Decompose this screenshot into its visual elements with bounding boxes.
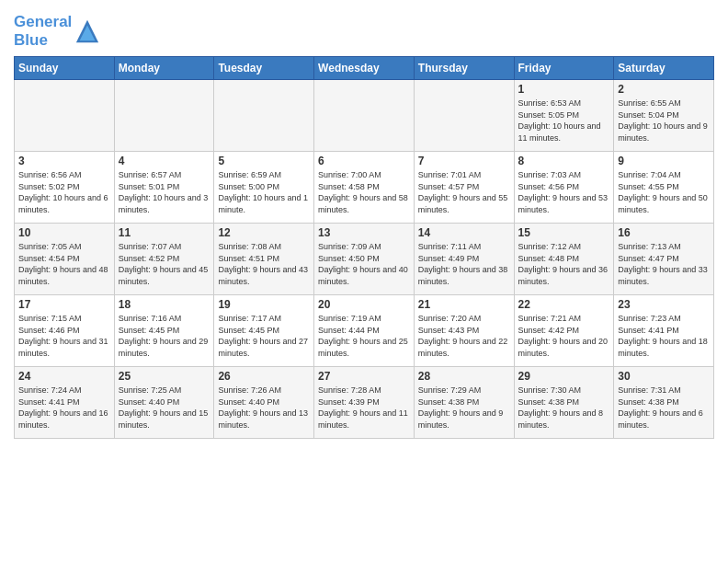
day-cell: 5Sunrise: 6:59 AM Sunset: 5:00 PM Daylig… [214,152,314,224]
day-info: Sunrise: 7:31 AM Sunset: 4:38 PM Dayligh… [618,385,710,431]
day-cell: 13Sunrise: 7:09 AM Sunset: 4:50 PM Dayli… [314,224,415,295]
day-cell: 4Sunrise: 6:57 AM Sunset: 5:01 PM Daylig… [114,152,214,224]
day-cell: 3Sunrise: 6:56 AM Sunset: 5:02 PM Daylig… [15,152,115,224]
day-number: 9 [618,155,710,167]
week-row-5: 24Sunrise: 7:24 AM Sunset: 4:41 PM Dayli… [15,367,714,439]
header-cell-thursday: Thursday [414,57,514,80]
day-info: Sunrise: 7:25 AM Sunset: 4:40 PM Dayligh… [119,385,210,431]
header-cell-monday: Monday [114,57,214,80]
day-info: Sunrise: 6:59 AM Sunset: 5:00 PM Dayligh… [218,169,310,215]
logo-icon [74,18,100,44]
day-cell: 16Sunrise: 7:13 AM Sunset: 4:47 PM Dayli… [614,224,714,295]
day-cell: 10Sunrise: 7:05 AM Sunset: 4:54 PM Dayli… [15,224,115,295]
day-number: 8 [518,155,610,167]
day-number: 29 [518,370,610,383]
day-info: Sunrise: 7:20 AM Sunset: 4:43 PM Dayligh… [418,313,510,359]
day-cell: 20Sunrise: 7:19 AM Sunset: 4:44 PM Dayli… [314,295,415,367]
day-info: Sunrise: 7:28 AM Sunset: 4:39 PM Dayligh… [318,385,410,431]
day-cell: 17Sunrise: 7:15 AM Sunset: 4:46 PM Dayli… [15,295,115,367]
day-info: Sunrise: 7:12 AM Sunset: 4:48 PM Dayligh… [518,241,610,287]
day-info: Sunrise: 6:55 AM Sunset: 5:04 PM Dayligh… [618,98,710,144]
header-cell-friday: Friday [514,57,614,80]
calendar-table: SundayMondayTuesdayWednesdayThursdayFrid… [14,56,714,439]
day-info: Sunrise: 6:53 AM Sunset: 5:05 PM Dayligh… [518,98,610,144]
day-cell: 30Sunrise: 7:31 AM Sunset: 4:38 PM Dayli… [614,367,714,439]
day-info: Sunrise: 7:00 AM Sunset: 4:58 PM Dayligh… [318,169,410,215]
day-number: 10 [18,226,110,239]
day-cell: 9Sunrise: 7:04 AM Sunset: 4:55 PM Daylig… [614,152,714,224]
day-info: Sunrise: 7:01 AM Sunset: 4:57 PM Dayligh… [418,169,510,215]
day-number: 13 [318,226,410,239]
day-number: 16 [618,226,710,239]
day-number: 26 [218,370,310,383]
day-cell [214,80,314,152]
day-number: 17 [18,298,110,311]
day-cell: 2Sunrise: 6:55 AM Sunset: 5:04 PM Daylig… [614,80,714,152]
day-info: Sunrise: 7:30 AM Sunset: 4:38 PM Dayligh… [518,385,610,431]
day-number: 1 [518,83,610,96]
day-cell: 14Sunrise: 7:11 AM Sunset: 4:49 PM Dayli… [414,224,514,295]
day-number: 6 [318,155,410,167]
day-number: 3 [18,155,110,167]
day-info: Sunrise: 7:11 AM Sunset: 4:49 PM Dayligh… [418,241,510,287]
page-container: General Blue SundayMondayTuesdayWednesda… [0,0,728,448]
day-cell [414,80,514,152]
day-cell: 1Sunrise: 6:53 AM Sunset: 5:05 PM Daylig… [514,80,614,152]
day-cell: 18Sunrise: 7:16 AM Sunset: 4:45 PM Dayli… [114,295,214,367]
day-cell: 28Sunrise: 7:29 AM Sunset: 4:38 PM Dayli… [414,367,514,439]
day-info: Sunrise: 7:15 AM Sunset: 4:46 PM Dayligh… [18,313,110,359]
day-cell: 23Sunrise: 7:23 AM Sunset: 4:41 PM Dayli… [614,295,714,367]
header-cell-wednesday: Wednesday [314,57,415,80]
day-number: 19 [218,298,310,311]
day-number: 2 [618,83,710,96]
week-row-1: 1Sunrise: 6:53 AM Sunset: 5:05 PM Daylig… [15,80,714,152]
day-number: 15 [518,226,610,239]
day-info: Sunrise: 7:19 AM Sunset: 4:44 PM Dayligh… [318,313,410,359]
day-info: Sunrise: 7:09 AM Sunset: 4:50 PM Dayligh… [318,241,410,287]
day-number: 30 [618,370,710,383]
day-cell: 11Sunrise: 7:07 AM Sunset: 4:52 PM Dayli… [114,224,214,295]
header-cell-sunday: Sunday [15,57,115,80]
day-cell: 27Sunrise: 7:28 AM Sunset: 4:39 PM Dayli… [314,367,415,439]
day-info: Sunrise: 7:21 AM Sunset: 4:42 PM Dayligh… [518,313,610,359]
day-number: 28 [418,370,510,383]
week-row-4: 17Sunrise: 7:15 AM Sunset: 4:46 PM Dayli… [15,295,714,367]
day-info: Sunrise: 7:08 AM Sunset: 4:51 PM Dayligh… [218,241,310,287]
day-info: Sunrise: 7:17 AM Sunset: 4:45 PM Dayligh… [218,313,310,359]
day-info: Sunrise: 6:56 AM Sunset: 5:02 PM Dayligh… [18,169,110,215]
day-cell: 21Sunrise: 7:20 AM Sunset: 4:43 PM Dayli… [414,295,514,367]
day-cell: 12Sunrise: 7:08 AM Sunset: 4:51 PM Dayli… [214,224,314,295]
day-info: Sunrise: 6:57 AM Sunset: 5:01 PM Dayligh… [119,169,210,215]
day-number: 14 [418,226,510,239]
day-info: Sunrise: 7:13 AM Sunset: 4:47 PM Dayligh… [618,241,710,287]
day-number: 27 [318,370,410,383]
header: General Blue [14,9,714,49]
day-number: 21 [418,298,510,311]
day-cell: 24Sunrise: 7:24 AM Sunset: 4:41 PM Dayli… [15,367,115,439]
day-cell: 6Sunrise: 7:00 AM Sunset: 4:58 PM Daylig… [314,152,415,224]
day-number: 7 [418,155,510,167]
day-number: 18 [119,298,210,311]
day-info: Sunrise: 7:29 AM Sunset: 4:38 PM Dayligh… [418,385,510,431]
day-cell: 22Sunrise: 7:21 AM Sunset: 4:42 PM Dayli… [514,295,614,367]
day-cell [114,80,214,152]
day-cell: 7Sunrise: 7:01 AM Sunset: 4:57 PM Daylig… [414,152,514,224]
day-info: Sunrise: 7:04 AM Sunset: 4:55 PM Dayligh… [618,169,710,215]
logo-line1: General [14,13,72,31]
day-number: 4 [119,155,210,167]
day-info: Sunrise: 7:07 AM Sunset: 4:52 PM Dayligh… [119,241,210,287]
day-cell [15,80,115,152]
header-cell-saturday: Saturday [614,57,714,80]
day-number: 12 [218,226,310,239]
day-cell: 8Sunrise: 7:03 AM Sunset: 4:56 PM Daylig… [514,152,614,224]
day-number: 5 [218,155,310,167]
day-info: Sunrise: 7:05 AM Sunset: 4:54 PM Dayligh… [18,241,110,287]
week-row-2: 3Sunrise: 6:56 AM Sunset: 5:02 PM Daylig… [15,152,714,224]
day-cell [314,80,415,152]
day-info: Sunrise: 7:24 AM Sunset: 4:41 PM Dayligh… [18,385,110,431]
calendar-header: SundayMondayTuesdayWednesdayThursdayFrid… [15,57,714,80]
day-cell: 29Sunrise: 7:30 AM Sunset: 4:38 PM Dayli… [514,367,614,439]
logo: General Blue [14,13,100,49]
logo-text: General Blue [14,13,100,49]
day-cell: 19Sunrise: 7:17 AM Sunset: 4:45 PM Dayli… [214,295,314,367]
